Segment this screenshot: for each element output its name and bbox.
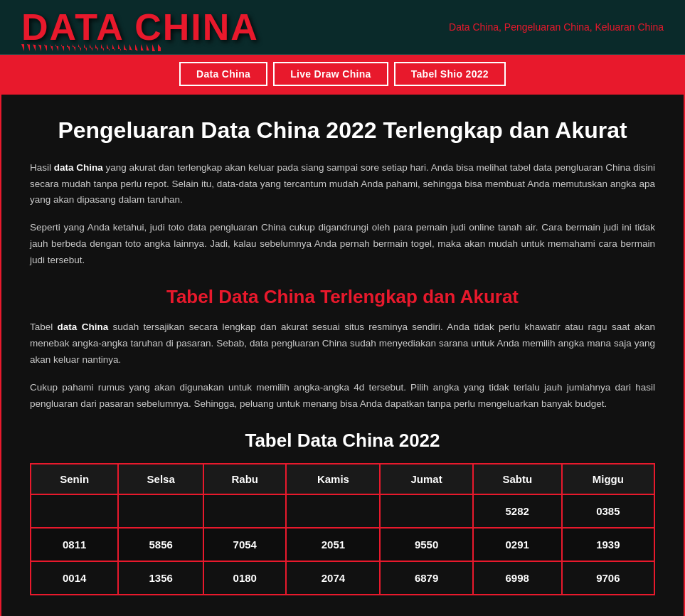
section-title: Tabel Data China Terlengkap dan Akurat xyxy=(30,286,655,308)
table-row: 52820385 xyxy=(31,494,654,528)
table-cell: 0291 xyxy=(473,528,562,561)
table-title: Tabel Data China 2022 xyxy=(30,430,655,452)
description-paragraph-2: Seperti yang Anda ketahui, judi toto dat… xyxy=(30,220,655,269)
header-subtitle: Data China, Pengeluaran China, Keluaran … xyxy=(449,21,664,33)
table-cell: 7054 xyxy=(203,528,286,561)
table-row: 0811585670542051955002911939 xyxy=(31,528,654,561)
col-header-miggu: Miggu xyxy=(562,464,654,494)
main-navbar: Data China Live Draw China Tabel Shio 20… xyxy=(0,55,685,93)
col-header-kamis: Kamis xyxy=(286,464,380,494)
main-content: Pengeluaran Data China 2022 Terlengkap d… xyxy=(0,93,685,616)
table-cell xyxy=(286,494,380,528)
table-cell xyxy=(118,494,203,528)
col-header-senin: Senin xyxy=(31,464,118,494)
table-cell: 1356 xyxy=(118,561,203,595)
table-cell: 0811 xyxy=(31,528,118,561)
table-cell: 2074 xyxy=(286,561,380,595)
nav-live-draw-china[interactable]: Live Draw China xyxy=(273,62,388,86)
site-logo: DATA CHINA xyxy=(21,9,259,46)
table-cell: 2051 xyxy=(286,528,380,561)
table-cell xyxy=(31,494,118,528)
table-cell: 6879 xyxy=(380,561,472,595)
table-cell: 0385 xyxy=(562,494,654,528)
table-cell: 9550 xyxy=(380,528,472,561)
table-cell xyxy=(203,494,286,528)
nav-data-china[interactable]: Data China xyxy=(179,62,267,86)
data-table: Senin Selsa Rabu Kamis Jumat Sabtu Miggu… xyxy=(30,463,655,595)
table-cell: 5282 xyxy=(473,494,562,528)
nav-tabel-shio-2022[interactable]: Tabel Shio 2022 xyxy=(394,62,506,86)
table-cell xyxy=(380,494,472,528)
col-header-rabu: Rabu xyxy=(203,464,286,494)
page-title: Pengeluaran Data China 2022 Terlengkap d… xyxy=(30,116,655,146)
section-paragraph-2: Cukup pahami rumus yang akan digunakan u… xyxy=(30,380,655,413)
table-cell: 0014 xyxy=(31,561,118,595)
table-cell: 9706 xyxy=(562,561,654,595)
col-header-selsa: Selsa xyxy=(118,464,203,494)
section-paragraph-1: Tabel data China sudah tersajikan secara… xyxy=(30,319,655,368)
site-header: DATA CHINA Data China, Pengeluaran China… xyxy=(0,0,685,55)
col-header-jumat: Jumat xyxy=(380,464,472,494)
table-row: 0014135601802074687969989706 xyxy=(31,561,654,595)
table-cell: 0180 xyxy=(203,561,286,595)
table-cell: 5856 xyxy=(118,528,203,561)
col-header-sabtu: Sabtu xyxy=(473,464,562,494)
description-paragraph-1: Hasil data China yang akurat dan terleng… xyxy=(30,160,655,209)
table-cell: 1939 xyxy=(562,528,654,561)
table-header-row: Senin Selsa Rabu Kamis Jumat Sabtu Miggu xyxy=(31,464,654,494)
table-cell: 6998 xyxy=(473,561,562,595)
